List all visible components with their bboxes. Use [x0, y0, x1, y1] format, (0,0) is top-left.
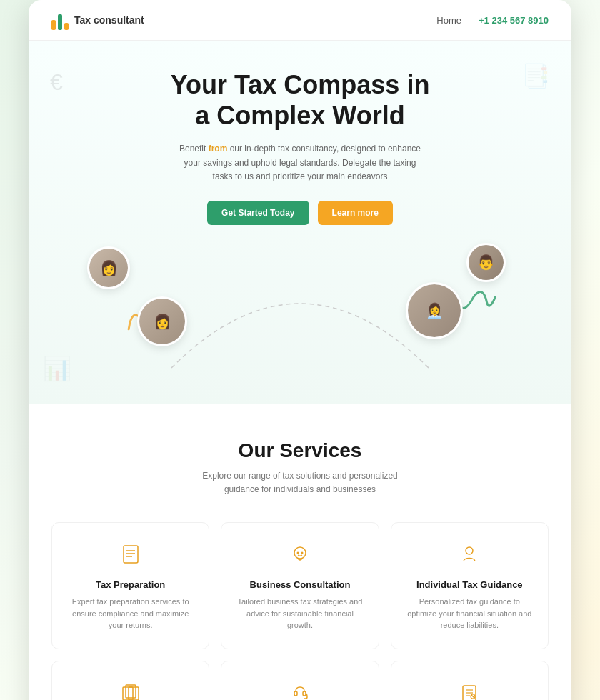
hero-title: Your Tax Compass in a Complex World	[51, 69, 549, 131]
service-desc-0: Expert tax preparation services to ensur…	[66, 596, 194, 631]
ghost-doc-icon: 📑	[521, 62, 550, 89]
service-name-2: Individual Tax Guidance	[406, 579, 534, 590]
hero-subtitle: Benefit from our in-depth tax consultanc…	[179, 142, 421, 184]
tax-preparation-icon	[66, 543, 194, 571]
avatar-1: 👩	[87, 246, 130, 289]
service-card-estate-tax: Estate and Inheritance Tax Efficient est…	[391, 661, 549, 700]
hero-arc	[157, 254, 443, 382]
hero-visuals: 👩 👨 👩 👩‍💼	[51, 239, 549, 382]
svg-rect-11	[294, 691, 297, 696]
learn-more-button[interactable]: Learn more	[318, 201, 393, 225]
service-desc-1: Tailored business tax strategies and adv…	[236, 596, 364, 631]
brand-name: Tax consultant	[74, 14, 144, 26]
svg-rect-12	[303, 691, 306, 696]
services-grid: Tax Preparation Expert tax preparation s…	[51, 522, 549, 700]
logo: Tax consultant	[51, 10, 144, 30]
avatar-4: 👨	[466, 243, 506, 282]
ghost-euro-icon: €	[50, 69, 63, 96]
estate-tax-icon	[406, 681, 534, 700]
avatar-2: 👩‍💼	[406, 282, 463, 339]
svg-rect-0	[124, 546, 138, 563]
service-card-tax-preparation: Tax Preparation Expert tax preparation s…	[51, 522, 209, 649]
logo-icon	[51, 10, 69, 30]
tax-planning-icon	[66, 681, 194, 700]
services-title: Our Services	[51, 439, 549, 462]
nav-phone: +1 234 567 8910	[479, 15, 549, 26]
services-section: Our Services Explore our range of tax so…	[29, 404, 571, 700]
audit-support-icon	[236, 681, 364, 700]
svg-point-5	[296, 552, 299, 554]
hero-buttons: Get Started Today Learn more	[51, 201, 549, 225]
service-card-individual-tax: Individual Tax Guidance Personalized tax…	[391, 522, 549, 649]
service-card-business-consultation: Business Consultation Tailored business …	[221, 522, 379, 649]
nav-right: Home +1 234 567 8910	[436, 15, 549, 26]
business-consultation-icon	[236, 543, 364, 571]
svg-point-4	[294, 547, 306, 559]
nav-home[interactable]: Home	[436, 15, 461, 26]
hero-section: € 📊 📑 Your Tax Compass in a Complex Worl…	[29, 41, 571, 404]
get-started-button[interactable]: Get Started Today	[207, 201, 309, 225]
service-card-tax-planning: Tax Planning Strategic tax planning for …	[51, 661, 209, 700]
service-card-audit-support: Audit Support Comprehensive audit suppor…	[221, 661, 379, 700]
service-desc-2: Personalized tax guidance to optimize yo…	[406, 596, 534, 631]
service-name-0: Tax Preparation	[66, 579, 194, 590]
svg-point-6	[301, 552, 303, 554]
svg-point-7	[466, 547, 473, 554]
avatar-3: 👩	[137, 296, 187, 346]
navbar: Tax consultant Home +1 234 567 8910	[29, 0, 571, 41]
services-subtitle: Explore our range of tax solutions and p…	[186, 469, 414, 496]
individual-tax-icon	[406, 543, 534, 571]
service-name-1: Business Consultation	[236, 579, 364, 590]
